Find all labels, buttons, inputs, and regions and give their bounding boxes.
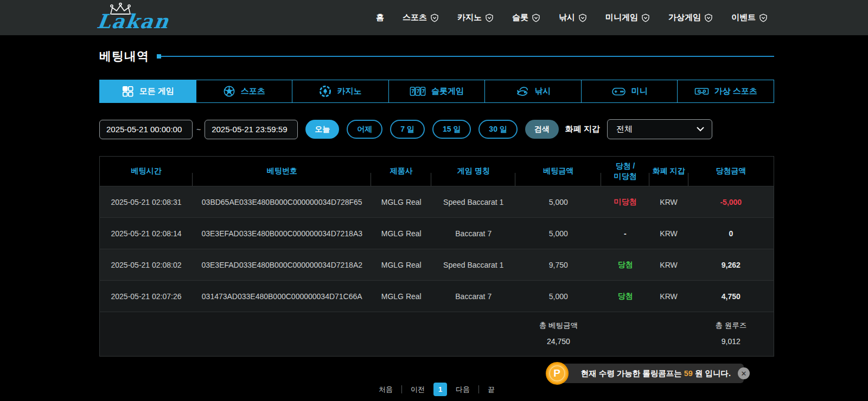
win-status: 미당첨 <box>601 186 649 218</box>
badge-chevron-icon <box>759 14 768 22</box>
badge-chevron-icon <box>641 14 650 22</box>
coin-letter: P <box>549 365 565 381</box>
badge-chevron-icon <box>485 14 494 22</box>
tab-slots[interactable]: 슬롯게임 <box>388 80 485 102</box>
provider: MGLG Real <box>371 249 431 281</box>
main-nav: 홈 스포츠 카지노 슬롯 낚시 미니게임 가상게임 이벤트 <box>376 12 768 23</box>
pagination: 처음 이전 1 다음 끝 <box>99 383 774 396</box>
toast-message: 현재 수령 가능한 롤링콤프는 59 원 입니다. <box>581 368 731 379</box>
tab-mini[interactable]: 미니 <box>581 80 678 102</box>
game-name: Baccarat 7 <box>431 218 515 249</box>
col-currency: 화폐 지갑 <box>649 157 688 186</box>
top-header: Lakan 홈 스포츠 카지노 슬롯 낚시 미니게임 가상게임 <box>0 0 868 35</box>
badge-chevron-icon <box>578 14 587 22</box>
col-provider: 제품사 <box>371 157 431 186</box>
nav-item-minigame[interactable]: 미니게임 <box>605 12 650 23</box>
totals-value-row: 24,750 9,012 <box>100 331 774 357</box>
gamepad-icon <box>611 85 626 98</box>
wallet-select-value: 전체 <box>616 124 633 134</box>
badge-chevron-icon <box>430 14 439 22</box>
today-button[interactable]: 오늘 <box>305 120 339 139</box>
total-bet-value: 24,750 <box>515 331 601 357</box>
brand-logo[interactable]: Lakan <box>98 3 170 33</box>
vr-goggles-icon <box>694 85 709 98</box>
casino-chip-icon <box>319 85 331 98</box>
pagination-first[interactable]: 처음 <box>379 385 393 394</box>
provider: MGLG Real <box>371 218 431 249</box>
bet-amount: 5,000 <box>515 218 601 249</box>
win-status: 당첨 <box>601 249 649 281</box>
nav-item-event[interactable]: 이벤트 <box>731 12 768 23</box>
days30-button[interactable]: 30 일 <box>478 120 517 139</box>
col-game-name: 게임 명칭 <box>431 157 515 186</box>
date-from-input[interactable] <box>99 120 193 139</box>
close-icon[interactable]: ✕ <box>738 367 750 379</box>
tab-fishing[interactable]: 낚시 <box>484 80 581 102</box>
tab-casino[interactable]: 카지노 <box>292 80 388 102</box>
title-row: 베팅내역 <box>99 48 774 64</box>
nav-item-sports[interactable]: 스포츠 <box>403 12 439 23</box>
toast-amount: 59 <box>684 369 693 378</box>
filter-bar: ~ 오늘 어제 7 일 15 일 30 일 검색 화폐 지갑 전체 <box>99 119 774 139</box>
col-bet-number: 베팅번호 <box>193 157 371 186</box>
table-header-row: 베팅시간 베팅번호 제품사 게임 명칭 베팅금액 당첨 / 미당첨 화폐 지갑 … <box>100 157 774 186</box>
win-amount: 0 <box>688 218 774 249</box>
tab-all-games[interactable]: 모든 게임 <box>100 80 196 102</box>
brand-name: Lakan <box>95 3 172 33</box>
rolling-comp-toast: P 현재 수령 가능한 롤링콤프는 59 원 입니다. ✕ <box>557 364 744 383</box>
search-button[interactable]: 검색 <box>525 120 559 139</box>
game-category-tabs: 모든 게임 스포츠 카지노 슬롯게임 낚시 미니 가상 스포츠 <box>99 80 774 103</box>
grid-icon <box>122 85 134 98</box>
pagination-separator <box>478 385 479 393</box>
date-to-input[interactable] <box>205 120 298 139</box>
nav-item-slots[interactable]: 슬롯 <box>512 12 540 23</box>
provider: MGLG Real <box>371 186 431 218</box>
win-status: 당첨 <box>601 281 649 312</box>
nav-item-home[interactable]: 홈 <box>376 12 384 23</box>
days15-button[interactable]: 15 일 <box>432 120 471 139</box>
table-row: 2025-05-21 02:07:26 031473AD033E480B000C… <box>100 281 774 312</box>
game-name: Speed Baccarat 1 <box>431 186 515 218</box>
col-win-status: 당첨 / 미당첨 <box>601 157 649 186</box>
chevron-down-icon <box>697 127 704 132</box>
total-bet-label: 총 베팅금액 <box>515 312 601 331</box>
badge-chevron-icon <box>704 14 713 22</box>
badge-chevron-icon <box>532 14 540 22</box>
yesterday-button[interactable]: 어제 <box>347 120 382 139</box>
total-win-value: 9,012 <box>688 331 774 357</box>
currency: KRW <box>649 249 688 281</box>
bet-time: 2025-05-21 02:08:02 <box>100 249 193 281</box>
col-win-amount: 당첨금액 <box>688 157 774 186</box>
bet-amount: 5,000 <box>515 186 601 218</box>
betting-history-table: 베팅시간 베팅번호 제품사 게임 명칭 베팅금액 당첨 / 미당첨 화폐 지갑 … <box>99 156 774 357</box>
currency: KRW <box>649 186 688 218</box>
bet-amount: 5,000 <box>515 281 601 312</box>
point-coin-icon: P <box>546 362 569 385</box>
table-row: 2025-05-21 02:08:31 03BD65AE033E480B000C… <box>100 186 774 218</box>
date-range-separator: ~ <box>196 125 201 134</box>
bet-time: 2025-05-21 02:08:31 <box>100 186 193 218</box>
soccer-icon <box>223 85 235 98</box>
title-accent-square <box>157 54 161 59</box>
wallet-select[interactable]: 전체 <box>607 119 712 139</box>
nav-item-fishing[interactable]: 낚시 <box>559 12 587 23</box>
tab-sports[interactable]: 스포츠 <box>196 80 292 102</box>
days7-button[interactable]: 7 일 <box>390 120 425 139</box>
win-amount: -5,000 <box>688 186 774 218</box>
pagination-prev[interactable]: 이전 <box>411 385 425 394</box>
page-title: 베팅내역 <box>99 48 149 64</box>
tab-virtual-sports[interactable]: 가상 스포츠 <box>677 80 774 102</box>
totals-label-row: 총 베팅금액 총 원루즈 <box>100 312 774 331</box>
col-bet-amount: 베팅금액 <box>515 157 601 186</box>
pagination-page-1[interactable]: 1 <box>433 383 447 396</box>
nav-item-casino[interactable]: 카지노 <box>457 12 494 23</box>
bet-number: 03E3EFAD033E480B000C000000034D7218A2 <box>193 249 371 281</box>
currency: KRW <box>649 218 688 249</box>
nav-item-virtual[interactable]: 가상게임 <box>668 12 713 23</box>
table-row: 2025-05-21 02:08:14 03E3EFAD033E480B000C… <box>100 218 774 249</box>
pagination-last[interactable]: 끝 <box>488 385 495 394</box>
bet-number: 03BD65AE033E480B000C000000034D728F65 <box>193 186 371 218</box>
bet-time: 2025-05-21 02:07:26 <box>100 281 193 312</box>
pagination-next[interactable]: 다음 <box>456 385 470 394</box>
game-name: Baccarat 7 <box>431 281 515 312</box>
